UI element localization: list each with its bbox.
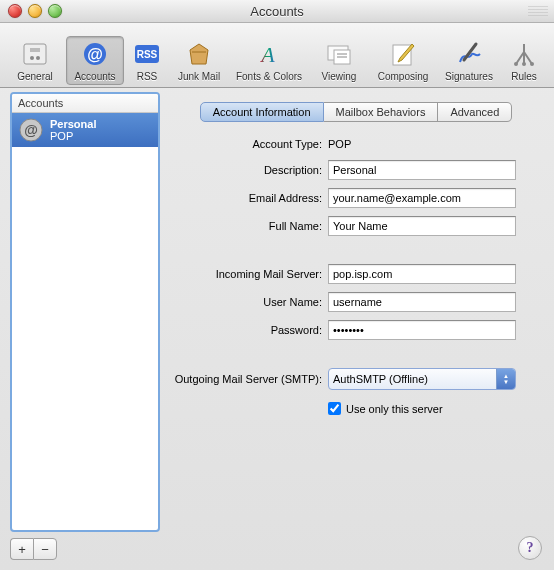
email-field[interactable] bbox=[328, 188, 516, 208]
content-area: Accounts @ Personal POP + − bbox=[0, 80, 554, 570]
description-label: Description: bbox=[172, 164, 322, 176]
svg-text:@: @ bbox=[87, 46, 103, 63]
window-controls bbox=[8, 4, 62, 18]
incoming-server-field[interactable] bbox=[328, 264, 516, 284]
minimize-window-button[interactable] bbox=[28, 4, 42, 18]
add-account-button[interactable]: + bbox=[10, 538, 33, 560]
accounts-sidebar: Accounts @ Personal POP + − bbox=[10, 92, 160, 560]
remove-account-button[interactable]: − bbox=[33, 538, 57, 560]
rules-icon bbox=[507, 39, 541, 69]
toolbar-customize-handle[interactable] bbox=[528, 6, 548, 16]
svg-text:A: A bbox=[259, 42, 275, 67]
toolbar-item-accounts[interactable]: @ Accounts bbox=[66, 36, 124, 85]
smtp-server-popup[interactable]: AuthSMTP (Offline) ▲▼ bbox=[328, 368, 516, 390]
svg-point-16 bbox=[530, 62, 534, 66]
use-only-this-server-label: Use only this server bbox=[346, 403, 443, 415]
toolbar-item-junk[interactable]: Junk Mail bbox=[170, 36, 228, 85]
account-type-value: POP bbox=[328, 136, 351, 152]
rss-icon: RSS bbox=[130, 39, 164, 69]
svg-point-15 bbox=[522, 62, 526, 66]
account-detail-panel: Account Information Mailbox Behaviors Ad… bbox=[168, 92, 544, 560]
signatures-icon bbox=[452, 39, 486, 69]
svg-rect-1 bbox=[30, 48, 40, 52]
toolbar-item-rss[interactable]: RSS RSS bbox=[126, 36, 168, 85]
password-field[interactable] bbox=[328, 320, 516, 340]
help-button[interactable]: ? bbox=[518, 536, 542, 560]
accounts-list-header: Accounts bbox=[12, 94, 158, 113]
toolbar-item-composing[interactable]: Composing bbox=[370, 36, 436, 85]
accounts-list-box: Accounts @ Personal POP bbox=[10, 92, 160, 532]
svg-point-2 bbox=[30, 56, 34, 60]
tab-advanced[interactable]: Advanced bbox=[438, 102, 512, 122]
close-window-button[interactable] bbox=[8, 4, 22, 18]
toolbar-item-viewing[interactable]: Viewing bbox=[310, 36, 368, 85]
svg-text:RSS: RSS bbox=[137, 49, 158, 60]
accounts-icon: @ bbox=[78, 39, 112, 69]
account-type-label: Account Type: bbox=[172, 138, 322, 150]
email-label: Email Address: bbox=[172, 192, 322, 204]
account-tabs: Account Information Mailbox Behaviors Ad… bbox=[168, 102, 544, 122]
account-name: Personal bbox=[50, 118, 96, 130]
use-only-this-server-checkbox[interactable] bbox=[328, 402, 341, 415]
svg-rect-0 bbox=[24, 44, 46, 64]
account-at-icon: @ bbox=[18, 117, 44, 143]
fonts-colors-icon: A bbox=[252, 39, 286, 69]
junk-mail-icon bbox=[182, 39, 216, 69]
incoming-server-label: Incoming Mail Server: bbox=[172, 268, 322, 280]
popup-arrows-icon: ▲▼ bbox=[496, 369, 515, 389]
accounts-list[interactable]: @ Personal POP bbox=[12, 113, 158, 530]
general-icon bbox=[18, 39, 52, 69]
account-type: POP bbox=[50, 130, 96, 142]
preferences-toolbar: General @ Accounts RSS RSS Junk Mail A F… bbox=[0, 23, 554, 88]
toolbar-item-signatures[interactable]: Signatures bbox=[438, 36, 500, 85]
password-label: Password: bbox=[172, 324, 322, 336]
viewing-icon bbox=[322, 39, 356, 69]
add-remove-buttons: + − bbox=[10, 538, 160, 560]
svg-point-3 bbox=[36, 56, 40, 60]
svg-point-14 bbox=[514, 62, 518, 66]
svg-text:@: @ bbox=[24, 122, 38, 138]
username-field[interactable] bbox=[328, 292, 516, 312]
zoom-window-button[interactable] bbox=[48, 4, 62, 18]
smtp-server-value: AuthSMTP (Offline) bbox=[333, 373, 428, 385]
composing-icon bbox=[386, 39, 420, 69]
tab-account-information[interactable]: Account Information bbox=[200, 102, 324, 122]
toolbar-item-rules[interactable]: Rules bbox=[502, 36, 546, 85]
description-field[interactable] bbox=[328, 160, 516, 180]
account-list-item[interactable]: @ Personal POP bbox=[12, 113, 158, 147]
account-info-form: Account Type: POP Description: Email Add… bbox=[168, 136, 544, 415]
preferences-window: Accounts General @ Accounts RSS RSS Jun bbox=[0, 0, 554, 570]
fullname-field[interactable] bbox=[328, 216, 516, 236]
titlebar[interactable]: Accounts bbox=[0, 0, 554, 23]
smtp-label: Outgoing Mail Server (SMTP): bbox=[172, 373, 322, 385]
window-title: Accounts bbox=[250, 4, 303, 19]
fullname-label: Full Name: bbox=[172, 220, 322, 232]
username-label: User Name: bbox=[172, 296, 322, 308]
toolbar-item-fonts[interactable]: A Fonts & Colors bbox=[230, 36, 308, 85]
toolbar-item-general[interactable]: General bbox=[6, 36, 64, 85]
tab-mailbox-behaviors[interactable]: Mailbox Behaviors bbox=[324, 102, 439, 122]
